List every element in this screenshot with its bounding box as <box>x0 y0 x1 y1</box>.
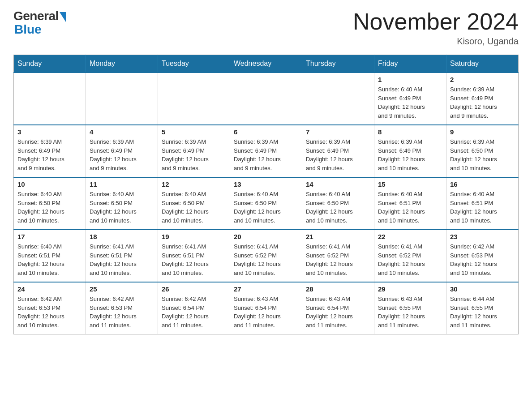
calendar-cell: 28Sunrise: 6:43 AM Sunset: 6:54 PM Dayli… <box>302 282 374 334</box>
calendar-cell: 19Sunrise: 6:41 AM Sunset: 6:51 PM Dayli… <box>158 230 230 282</box>
day-info: Sunrise: 6:39 AM Sunset: 6:49 PM Dayligh… <box>90 137 154 172</box>
day-info: Sunrise: 6:40 AM Sunset: 6:50 PM Dayligh… <box>306 190 370 225</box>
calendar-cell: 15Sunrise: 6:40 AM Sunset: 6:51 PM Dayli… <box>374 177 446 230</box>
day-number: 29 <box>378 285 442 293</box>
weekday-header-friday: Friday <box>374 55 446 73</box>
day-number: 28 <box>306 285 370 293</box>
day-info: Sunrise: 6:40 AM Sunset: 6:51 PM Dayligh… <box>378 190 442 225</box>
calendar-cell: 25Sunrise: 6:42 AM Sunset: 6:53 PM Dayli… <box>86 282 158 334</box>
weekday-header-sunday: Sunday <box>14 55 86 73</box>
day-number: 17 <box>17 233 82 240</box>
day-number: 21 <box>306 233 370 240</box>
calendar-cell <box>158 73 230 125</box>
calendar-cell: 22Sunrise: 6:41 AM Sunset: 6:52 PM Dayli… <box>374 230 446 282</box>
day-info: Sunrise: 6:41 AM Sunset: 6:51 PM Dayligh… <box>90 242 154 277</box>
calendar-title: November 2024 <box>353 9 519 34</box>
day-number: 11 <box>90 180 154 188</box>
calendar-body: 1Sunrise: 6:40 AM Sunset: 6:49 PM Daylig… <box>14 73 519 334</box>
day-info: Sunrise: 6:40 AM Sunset: 6:51 PM Dayligh… <box>17 242 82 277</box>
day-number: 8 <box>378 128 442 136</box>
calendar-cell: 30Sunrise: 6:44 AM Sunset: 6:55 PM Dayli… <box>446 282 519 334</box>
day-number: 9 <box>450 128 515 136</box>
calendar-cell: 7Sunrise: 6:39 AM Sunset: 6:49 PM Daylig… <box>302 125 374 177</box>
day-number: 30 <box>450 285 515 293</box>
calendar-cell: 4Sunrise: 6:39 AM Sunset: 6:49 PM Daylig… <box>86 125 158 177</box>
calendar-cell: 12Sunrise: 6:40 AM Sunset: 6:50 PM Dayli… <box>158 177 230 230</box>
calendar-subtitle: Kisoro, Uganda <box>353 36 519 47</box>
day-number: 25 <box>90 285 154 293</box>
day-number: 14 <box>306 180 370 188</box>
day-info: Sunrise: 6:43 AM Sunset: 6:54 PM Dayligh… <box>306 295 370 330</box>
day-info: Sunrise: 6:39 AM Sunset: 6:49 PM Dayligh… <box>378 137 442 172</box>
calendar-cell: 29Sunrise: 6:43 AM Sunset: 6:55 PM Dayli… <box>374 282 446 334</box>
logo-general-text: General <box>13 9 59 23</box>
day-info: Sunrise: 6:41 AM Sunset: 6:52 PM Dayligh… <box>378 242 442 277</box>
logo: General Blue <box>13 9 66 37</box>
calendar-cell: 3Sunrise: 6:39 AM Sunset: 6:49 PM Daylig… <box>14 125 86 177</box>
calendar-cell: 5Sunrise: 6:39 AM Sunset: 6:49 PM Daylig… <box>158 125 230 177</box>
calendar-week-4: 17Sunrise: 6:40 AM Sunset: 6:51 PM Dayli… <box>14 230 519 282</box>
calendar-cell: 13Sunrise: 6:40 AM Sunset: 6:50 PM Dayli… <box>230 177 302 230</box>
calendar-cell: 21Sunrise: 6:41 AM Sunset: 6:52 PM Dayli… <box>302 230 374 282</box>
calendar-cell: 26Sunrise: 6:42 AM Sunset: 6:54 PM Dayli… <box>158 282 230 334</box>
day-number: 22 <box>378 233 442 240</box>
day-number: 2 <box>450 76 515 83</box>
day-info: Sunrise: 6:39 AM Sunset: 6:50 PM Dayligh… <box>450 137 515 172</box>
day-number: 15 <box>378 180 442 188</box>
calendar-cell <box>86 73 158 125</box>
day-info: Sunrise: 6:42 AM Sunset: 6:53 PM Dayligh… <box>90 295 154 330</box>
logo-blue-text: Blue <box>14 22 42 37</box>
weekday-header-wednesday: Wednesday <box>230 55 302 73</box>
calendar-cell: 18Sunrise: 6:41 AM Sunset: 6:51 PM Dayli… <box>86 230 158 282</box>
day-info: Sunrise: 6:42 AM Sunset: 6:53 PM Dayligh… <box>450 242 515 277</box>
day-info: Sunrise: 6:39 AM Sunset: 6:49 PM Dayligh… <box>162 137 226 172</box>
calendar-cell: 17Sunrise: 6:40 AM Sunset: 6:51 PM Dayli… <box>14 230 86 282</box>
day-number: 16 <box>450 180 515 188</box>
calendar-week-3: 10Sunrise: 6:40 AM Sunset: 6:50 PM Dayli… <box>14 177 519 230</box>
calendar-cell <box>302 73 374 125</box>
title-area: November 2024 Kisoro, Uganda <box>353 9 519 47</box>
day-info: Sunrise: 6:41 AM Sunset: 6:52 PM Dayligh… <box>234 242 298 277</box>
day-number: 10 <box>17 180 82 188</box>
calendar-cell: 27Sunrise: 6:43 AM Sunset: 6:54 PM Dayli… <box>230 282 302 334</box>
day-info: Sunrise: 6:40 AM Sunset: 6:50 PM Dayligh… <box>234 190 298 225</box>
calendar-cell: 11Sunrise: 6:40 AM Sunset: 6:50 PM Dayli… <box>86 177 158 230</box>
calendar-table: SundayMondayTuesdayWednesdayThursdayFrid… <box>13 55 519 334</box>
day-number: 19 <box>162 233 226 240</box>
day-number: 1 <box>378 76 442 83</box>
calendar-header: SundayMondayTuesdayWednesdayThursdayFrid… <box>14 55 519 73</box>
day-info: Sunrise: 6:40 AM Sunset: 6:51 PM Dayligh… <box>450 190 515 225</box>
calendar-week-2: 3Sunrise: 6:39 AM Sunset: 6:49 PM Daylig… <box>14 125 519 177</box>
day-number: 3 <box>17 128 82 136</box>
day-info: Sunrise: 6:40 AM Sunset: 6:50 PM Dayligh… <box>90 190 154 225</box>
day-info: Sunrise: 6:40 AM Sunset: 6:49 PM Dayligh… <box>378 85 442 120</box>
calendar-cell: 1Sunrise: 6:40 AM Sunset: 6:49 PM Daylig… <box>374 73 446 125</box>
calendar-cell: 20Sunrise: 6:41 AM Sunset: 6:52 PM Dayli… <box>230 230 302 282</box>
weekday-header-saturday: Saturday <box>446 55 519 73</box>
day-number: 23 <box>450 233 515 240</box>
weekday-header-tuesday: Tuesday <box>158 55 230 73</box>
weekday-header-row: SundayMondayTuesdayWednesdayThursdayFrid… <box>14 55 519 73</box>
day-info: Sunrise: 6:40 AM Sunset: 6:50 PM Dayligh… <box>17 190 82 225</box>
weekday-header-monday: Monday <box>86 55 158 73</box>
day-number: 7 <box>306 128 370 136</box>
day-info: Sunrise: 6:43 AM Sunset: 6:54 PM Dayligh… <box>234 295 298 330</box>
day-info: Sunrise: 6:42 AM Sunset: 6:54 PM Dayligh… <box>162 295 226 330</box>
day-info: Sunrise: 6:39 AM Sunset: 6:49 PM Dayligh… <box>450 85 515 120</box>
day-number: 12 <box>162 180 226 188</box>
calendar-week-5: 24Sunrise: 6:42 AM Sunset: 6:53 PM Dayli… <box>14 282 519 334</box>
calendar-cell: 24Sunrise: 6:42 AM Sunset: 6:53 PM Dayli… <box>14 282 86 334</box>
day-number: 18 <box>90 233 154 240</box>
day-number: 4 <box>90 128 154 136</box>
day-info: Sunrise: 6:39 AM Sunset: 6:49 PM Dayligh… <box>306 137 370 172</box>
calendar-cell: 10Sunrise: 6:40 AM Sunset: 6:50 PM Dayli… <box>14 177 86 230</box>
calendar-week-1: 1Sunrise: 6:40 AM Sunset: 6:49 PM Daylig… <box>14 73 519 125</box>
calendar-cell: 16Sunrise: 6:40 AM Sunset: 6:51 PM Dayli… <box>446 177 519 230</box>
calendar-cell: 23Sunrise: 6:42 AM Sunset: 6:53 PM Dayli… <box>446 230 519 282</box>
logo-arrow-icon <box>60 12 66 22</box>
day-number: 27 <box>234 285 298 293</box>
calendar-cell: 8Sunrise: 6:39 AM Sunset: 6:49 PM Daylig… <box>374 125 446 177</box>
day-number: 24 <box>17 285 82 293</box>
day-info: Sunrise: 6:42 AM Sunset: 6:53 PM Dayligh… <box>17 295 82 330</box>
day-number: 6 <box>234 128 298 136</box>
